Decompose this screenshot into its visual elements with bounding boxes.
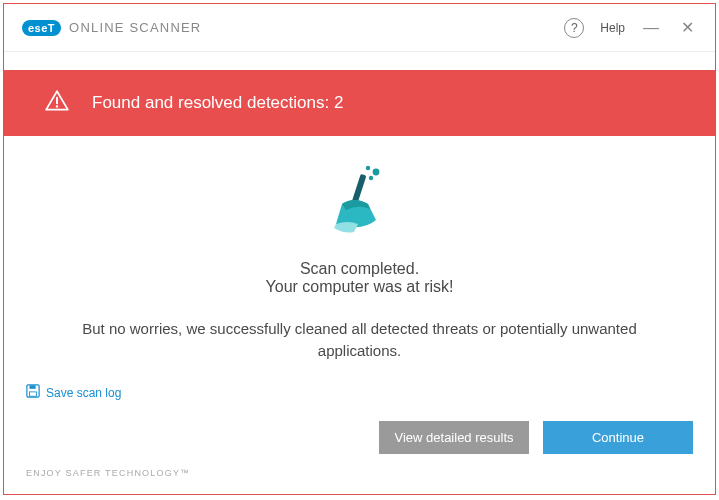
save-scan-log-label: Save scan log	[46, 386, 121, 400]
app-window: eseT ONLINE SCANNER ? Help — ✕ Found and…	[3, 3, 716, 495]
alert-text: Found and resolved detections: 2	[92, 93, 343, 113]
svg-point-3	[372, 169, 379, 176]
logo-text: ONLINE SCANNER	[69, 20, 201, 35]
minimize-button[interactable]: —	[641, 19, 661, 37]
help-link[interactable]: Help	[600, 21, 625, 35]
logo: eseT ONLINE SCANNER	[22, 20, 201, 36]
titlebar: eseT ONLINE SCANNER ? Help — ✕	[4, 4, 715, 52]
help-icon[interactable]: ?	[564, 18, 584, 38]
logo-badge: eseT	[22, 20, 61, 36]
save-scan-log-link[interactable]: Save scan log	[26, 384, 121, 401]
warning-icon	[44, 88, 70, 118]
broom-icon	[324, 162, 396, 242]
titlebar-controls: ? Help — ✕	[564, 18, 697, 38]
svg-point-4	[368, 176, 372, 180]
button-row: View detailed results Continue	[26, 421, 693, 454]
svg-point-1	[56, 105, 58, 107]
save-icon	[26, 384, 40, 401]
footer: Save scan log View detailed results Cont…	[4, 376, 715, 494]
scan-description: But no worries, we successfully cleaned …	[60, 318, 660, 362]
scan-status-line2: Your computer was at risk!	[266, 278, 454, 296]
svg-rect-5	[351, 174, 366, 204]
svg-point-2	[365, 166, 369, 170]
continue-button[interactable]: Continue	[543, 421, 693, 454]
alert-banner: Found and resolved detections: 2	[4, 70, 715, 136]
content-area: Scan completed. Your computer was at ris…	[4, 136, 715, 376]
scan-status-line1: Scan completed.	[300, 260, 419, 278]
svg-rect-8	[30, 392, 37, 396]
close-button[interactable]: ✕	[677, 18, 697, 37]
footer-tagline: ENJOY SAFER TECHNOLOGY™	[26, 468, 693, 478]
svg-rect-7	[30, 385, 36, 389]
view-detailed-results-button[interactable]: View detailed results	[379, 421, 529, 454]
